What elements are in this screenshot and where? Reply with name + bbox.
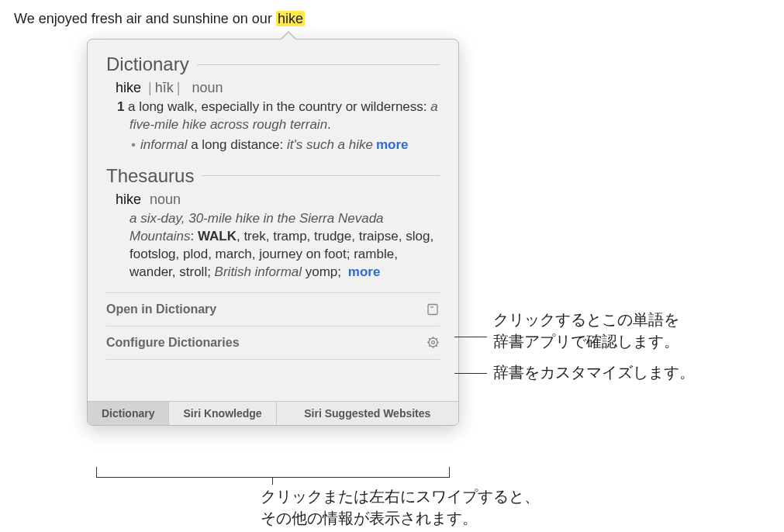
thesaurus-heading-label: Thesaurus <box>106 165 194 187</box>
open-in-dictionary-row[interactable]: Open in Dictionary <box>106 292 440 326</box>
svg-rect-0 <box>428 304 437 314</box>
sub-def-text: a long distance: <box>187 137 287 152</box>
sub-definition: •informal a long distance: it's such a h… <box>130 136 440 154</box>
def-number: 1 <box>117 98 128 116</box>
tab-dictionary[interactable]: Dictionary <box>88 402 169 425</box>
thesaurus-body: a six-day, 30-mile hike in the Sierra Ne… <box>116 210 440 282</box>
thesaurus-heading: Thesaurus <box>106 165 440 187</box>
thesaurus-pos: noun <box>150 192 181 207</box>
svg-point-3 <box>431 341 434 344</box>
word-line: hike |hīk| noun <box>116 80 440 96</box>
divider <box>197 64 440 65</box>
spacer <box>106 359 440 396</box>
source-sentence: We enjoyed fresh air and sunshine on our… <box>14 11 305 27</box>
sub-def-example: it's such a hike <box>287 137 373 152</box>
more-link[interactable]: more <box>376 137 409 152</box>
svg-line-10 <box>429 345 430 346</box>
thesaurus-word-line: hike noun <box>116 192 440 208</box>
pronunciation: hīk <box>155 80 174 95</box>
svg-line-8 <box>429 338 430 339</box>
annotation-open: クリックするとこの単語を 辞書アプリで確認します。 <box>493 309 679 352</box>
sentence-text: We enjoyed fresh air and sunshine on our <box>14 11 276 26</box>
dictionary-heading-label: Dictionary <box>106 54 189 75</box>
configure-dictionaries-label: Configure Dictionaries <box>106 336 240 350</box>
callout-bracket <box>96 467 450 478</box>
more-link[interactable]: more <box>348 264 381 279</box>
callout-line <box>454 337 487 337</box>
def-period: . <box>327 117 331 132</box>
pron-close: | <box>177 80 181 95</box>
primary-synonym: WALK <box>198 229 237 244</box>
open-in-dictionary-label: Open in Dictionary <box>106 302 216 316</box>
source-tabs: Dictionary Siri Knowledge Siri Suggested… <box>88 401 458 425</box>
svg-line-9 <box>436 345 437 346</box>
highlighted-word[interactable]: hike <box>276 11 305 26</box>
british-tag: British informal <box>215 264 302 279</box>
callout-bracket-drop <box>272 477 273 485</box>
british-word: yomp; <box>302 264 345 279</box>
definition-text: a long walk, especially in the country o… <box>128 99 430 114</box>
annotation-tabs: クリックまたは左右にスワイプすると、 その他の情報が表示されます。 <box>261 485 540 529</box>
callout-line <box>454 373 487 374</box>
part-of-speech: noun <box>192 80 223 95</box>
dictionary-entry: hike |hīk| noun 1a long walk, especially… <box>106 80 440 154</box>
tab-siri-knowledge[interactable]: Siri Knowledge <box>169 402 276 425</box>
configure-dictionaries-row[interactable]: Configure Dictionaries <box>106 326 440 359</box>
definition-block: 1a long walk, especially in the country … <box>116 98 440 154</box>
headword: hike <box>116 80 141 95</box>
annotation-configure: 辞書をカスタマイズします。 <box>493 361 695 383</box>
thesaurus-entry: hike noun a six-day, 30-mile hike in the… <box>106 192 440 282</box>
register-tag: informal <box>140 137 187 152</box>
lookup-popover: Dictionary hike |hīk| noun 1a long walk,… <box>87 39 459 426</box>
divider <box>202 175 440 176</box>
dictionary-heading: Dictionary <box>106 54 440 75</box>
dictionary-app-icon <box>426 302 440 316</box>
pron-open: | <box>148 80 152 95</box>
colon: : <box>190 229 197 244</box>
svg-line-11 <box>436 338 437 339</box>
gear-icon <box>426 336 440 350</box>
tab-siri-suggested-websites[interactable]: Siri Suggested Websites <box>277 402 458 425</box>
thesaurus-headword: hike <box>116 192 141 207</box>
bullet-icon: • <box>131 137 136 152</box>
